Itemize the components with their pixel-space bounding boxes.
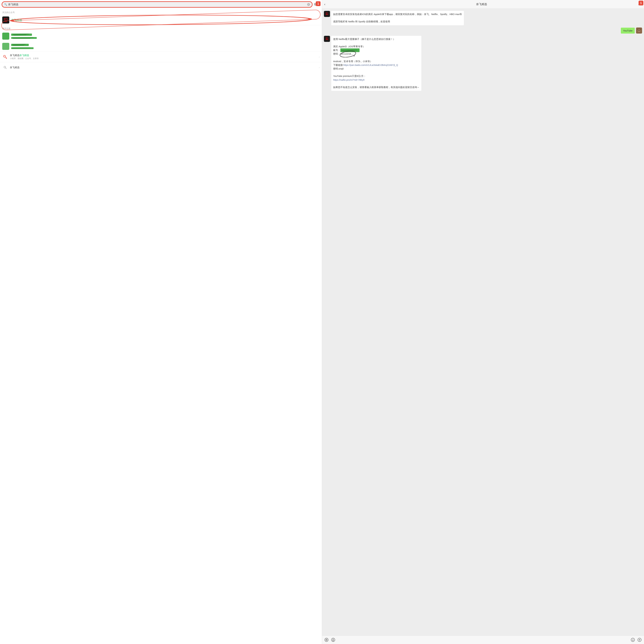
contact-item-wrapper: 奈飞 精选 奈飞精选 (0, 15, 322, 25)
svg-point-36 (631, 638, 635, 642)
search-one-icon (2, 54, 8, 60)
svg-point-21 (637, 29, 641, 32)
chat-footer (322, 636, 644, 644)
svg-point-23 (639, 30, 640, 31)
suggest-main-1: 奈飞精选奈飞精选 (10, 54, 317, 57)
redacted-preview-1 (11, 37, 37, 39)
chat-avatar-2 (2, 43, 9, 50)
chat-panel: ‹ 奈飞精选 1 奈飞精选 如您需要安卓的安装包或者iOS的美区 AppleID… (322, 0, 644, 644)
message-2: YouTube (324, 27, 642, 34)
bubble-1: 如您需要安卓的安装包或者iOS的美区 AppleID来下载app，请回复对应的名… (331, 11, 464, 25)
chat-title: 奈飞精选 (327, 2, 636, 6)
bubble-youtube: YouTube (621, 28, 635, 34)
svg-point-34 (333, 639, 334, 640)
avatar-naifei: 奈飞 精选 (2, 16, 9, 23)
emoji-icon (631, 638, 635, 642)
back-button[interactable]: ‹ (324, 2, 325, 6)
svg-point-37 (632, 639, 633, 640)
voice-icon (331, 638, 335, 642)
chat-history-item-2[interactable] (0, 41, 322, 51)
svg-point-14 (6, 58, 7, 59)
badge-2: 1 (639, 1, 643, 5)
suggest-item-search[interactable]: 奈飞精选 › (0, 62, 322, 73)
message-1: 奈飞精选 如您需要安卓的安装包或者iOS的美区 AppleID来下载app，请回… (324, 11, 642, 25)
chat-avatar-1 (2, 33, 9, 40)
search-input-wrapper: 🔍 × (2, 2, 312, 7)
bubble-3: 使用 Netflix看片需要梯子（梯子是什么意思请自行搜索！） 美区 Apple… (331, 36, 421, 91)
redacted-preview-2 (11, 47, 34, 49)
clear-button[interactable]: × (307, 3, 310, 6)
svg-point-38 (633, 639, 634, 640)
add-button[interactable] (637, 637, 642, 642)
chat-header-wrapper: ‹ 奈飞精选 1 (322, 0, 644, 9)
search-input[interactable] (8, 3, 306, 6)
svg-rect-1 (11, 34, 32, 36)
redacted-name-2 (11, 43, 29, 46)
chat-info-1 (11, 33, 320, 39)
suggest-main-2: 奈飞精选 (10, 66, 317, 69)
suggest-item-search-one[interactable]: 奈飞精选奈飞精选 小程序、朋友圈、公众号、文章等 › (0, 51, 322, 62)
svg-point-24 (639, 31, 640, 31)
user-avatar-img (636, 27, 642, 34)
chat-info-2 (11, 43, 320, 49)
voice-button[interactable] (331, 637, 336, 642)
suggest-texts-1: 奈飞精选奈飞精选 小程序、朋友圈、公众号、文章等 (10, 54, 317, 60)
naifei-link[interactable]: https://naifei.pro/m/?rid=786y9 (333, 79, 364, 81)
suggest-sub-1: 小程序、朋友圈、公众号、文章等 (10, 57, 317, 60)
contact-name: 奈飞精选 (11, 18, 22, 22)
menu-button[interactable] (324, 637, 329, 642)
chat-history-item-1[interactable] (0, 31, 322, 41)
search-icon: 🔍 (4, 3, 7, 6)
add-icon (637, 638, 642, 642)
contacts-section-label: 关注的公众号 (0, 9, 322, 15)
search-panel: 🔍 × 取消 关注的公众号 奈飞 精选 奈飞精选 聊天记录 (0, 0, 322, 644)
suggest-texts-2: 奈飞精选 (10, 66, 317, 69)
badge-1: 1 (316, 1, 321, 6)
arrow-icon-1: › (319, 56, 320, 58)
msg-avatar-naifei-2: 奈飞精选 (324, 36, 330, 42)
emoji-button[interactable] (630, 637, 635, 642)
search-icon-2 (2, 65, 8, 70)
arrow-icon-2: › (319, 66, 320, 69)
svg-line-16 (5, 68, 6, 69)
user-avatar (636, 27, 642, 34)
baidu-link[interactable]: https://pan.baidu.com/s/1JLw3skaEr2BAnjZ… (343, 64, 398, 66)
redacted-account (340, 49, 360, 51)
chat-messages: 奈飞精选 如您需要安卓的安装包或者iOS的美区 AppleID来下载app，请回… (322, 9, 644, 636)
chat-history-label: 聊天记录 (0, 25, 322, 31)
search-bar: 🔍 × 取消 (0, 0, 322, 9)
msg-avatar-naifei: 奈飞精选 (324, 11, 330, 17)
redacted-name-1 (11, 33, 32, 36)
svg-rect-7 (11, 44, 29, 46)
chat-header: ‹ 奈飞精选 (322, 0, 644, 9)
svg-point-22 (638, 30, 639, 31)
contact-item-naifei[interactable]: 奈飞 精选 奈飞精选 (0, 15, 322, 25)
message-3: 奈飞精选 使用 Netflix看片需要梯子（梯子是什么意思请自行搜索！） 美区 … (324, 36, 642, 91)
menu-icon (324, 638, 329, 642)
